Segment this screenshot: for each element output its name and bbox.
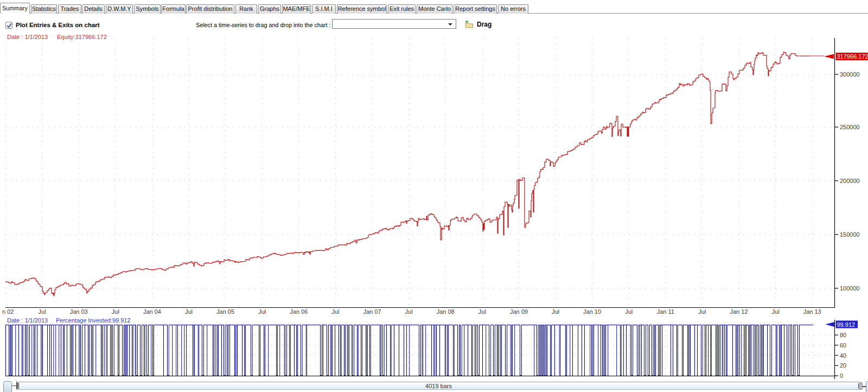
svg-text:80: 80 bbox=[840, 332, 846, 338]
svg-text:99.912: 99.912 bbox=[837, 321, 856, 328]
svg-text:Jan 11: Jan 11 bbox=[657, 308, 674, 315]
svg-text:Jul: Jul bbox=[112, 308, 119, 315]
svg-text:Percentage Invested:99.912: Percentage Invested:99.912 bbox=[56, 317, 131, 324]
svg-text:Date : 1/1/2013: Date : 1/1/2013 bbox=[7, 317, 48, 324]
svg-text:Jul: Jul bbox=[258, 308, 266, 315]
svg-text:Jul: Jul bbox=[478, 308, 486, 315]
svg-text:Jul: Jul bbox=[39, 308, 46, 315]
svg-text:Jul: Jul bbox=[772, 308, 780, 315]
svg-text:40: 40 bbox=[840, 352, 846, 359]
svg-text:Jul: Jul bbox=[552, 308, 559, 315]
svg-text:150000: 150000 bbox=[840, 231, 860, 238]
svg-text:Jan 08: Jan 08 bbox=[437, 308, 455, 315]
svg-text:200000: 200000 bbox=[840, 178, 860, 184]
svg-text:317966.172: 317966.172 bbox=[837, 53, 868, 60]
svg-text:Jan 05: Jan 05 bbox=[216, 308, 234, 315]
svg-text:Jan 04: Jan 04 bbox=[143, 308, 161, 315]
svg-text:100000: 100000 bbox=[840, 285, 860, 292]
svg-text:Jul: Jul bbox=[405, 308, 413, 315]
svg-text:Jul: Jul bbox=[698, 308, 706, 315]
svg-text:Jan 09: Jan 09 bbox=[510, 308, 528, 315]
svg-text:Equity:317966.172: Equity:317966.172 bbox=[57, 34, 107, 40]
svg-text:0: 0 bbox=[840, 372, 843, 379]
svg-text:Jan 06: Jan 06 bbox=[290, 308, 308, 315]
svg-text:20: 20 bbox=[840, 362, 846, 369]
svg-text:Date : 1/1/2013: Date : 1/1/2013 bbox=[7, 34, 48, 40]
svg-text:250000: 250000 bbox=[840, 124, 860, 130]
svg-text:Jan 10: Jan 10 bbox=[583, 308, 601, 315]
svg-text:Jan 12: Jan 12 bbox=[730, 308, 748, 315]
svg-text:n 02: n 02 bbox=[2, 308, 14, 315]
svg-text:300000: 300000 bbox=[840, 71, 860, 78]
svg-text:60: 60 bbox=[840, 342, 846, 349]
svg-text:Jul: Jul bbox=[625, 308, 633, 315]
svg-text:Jan 07: Jan 07 bbox=[363, 308, 381, 315]
svg-text:Jul: Jul bbox=[185, 308, 193, 315]
svg-text:Jul: Jul bbox=[331, 308, 339, 315]
svg-text:Jan 03: Jan 03 bbox=[70, 308, 88, 315]
svg-text:Jan 13: Jan 13 bbox=[803, 308, 821, 315]
